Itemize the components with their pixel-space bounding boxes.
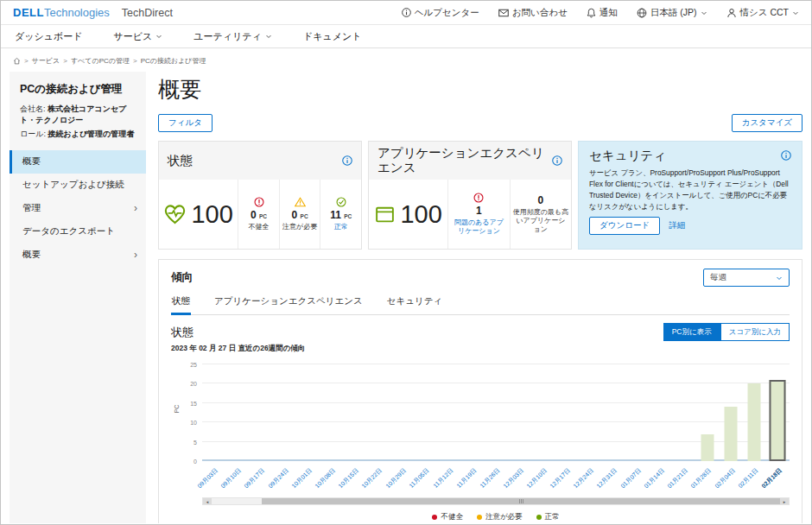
security-card-title: セキュリティ	[589, 149, 666, 163]
help-center-link[interactable]: ヘルプセンター	[402, 7, 479, 19]
envelope-icon	[498, 9, 509, 17]
chart-bar[interactable]	[770, 380, 786, 461]
page-title: 概要	[158, 75, 802, 104]
download-button[interactable]: ダウンロード	[589, 217, 660, 235]
chart-bar[interactable]	[725, 407, 738, 461]
contact-label: お問い合わせ	[512, 7, 568, 19]
breadcrumb-current: PCの接続および管理	[141, 56, 206, 66]
info-icon	[402, 8, 411, 17]
sidebar-item-label: 管理	[22, 202, 41, 214]
role-value: 接続および管理の管理者	[48, 130, 134, 138]
customize-button[interactable]: カスタマイズ	[732, 114, 802, 132]
chevron-down-icon	[792, 9, 799, 16]
view-by-pc-button[interactable]: PC別に表示	[663, 323, 720, 341]
metric-value: 0 PC	[251, 209, 267, 221]
security-card-actions: ダウンロード 詳細	[589, 217, 791, 235]
trend-chart: PC 0510152025 09月03日09月10日09月17日09月24日10…	[171, 364, 790, 497]
info-icon[interactable]	[552, 155, 562, 166]
metric-unit: PC	[301, 213, 308, 219]
details-link[interactable]: 詳細	[669, 220, 685, 231]
chart-column: 11月12日	[437, 364, 460, 461]
period-select[interactable]: 毎週	[703, 269, 790, 287]
breadcrumb-services[interactable]: サービス	[32, 56, 60, 66]
chart-column: 01月21日	[672, 364, 695, 461]
sidebar-item-overview[interactable]: 概要	[10, 150, 146, 174]
app-experience-score: 100	[369, 180, 447, 249]
metric-healthy: 11 PC 正常	[320, 180, 361, 249]
info-icon[interactable]	[342, 155, 352, 166]
sidebar-item-data-export[interactable]: データのエクスポート	[10, 220, 146, 244]
chart-column: 10月08日	[320, 364, 343, 461]
chart-plot-area: 0510152025 09月03日09月10日09月17日09月24日10月01…	[202, 364, 790, 461]
sidebar-item-setup-connect[interactable]: セットアップおよび接続	[10, 174, 146, 197]
nav-dashboard-label: ダッシュボード	[15, 30, 83, 43]
metric-most-used-apps: 0 使用頻度の最も高いアプリケーション	[510, 180, 571, 249]
metric-label-link[interactable]: 問題のあるアプリケーション	[451, 218, 506, 236]
trend-header: 傾向 毎週	[171, 269, 790, 287]
check-circle-icon	[336, 197, 346, 207]
user-menu[interactable]: 情シス CCT	[726, 7, 800, 19]
metric-unhealthy: 0 PC 不健全	[238, 180, 279, 249]
sidebar-item-manage[interactable]: 管理›	[10, 197, 146, 220]
nav-utilities[interactable]: ユーティリティ	[193, 30, 272, 43]
notifications-link[interactable]: 通知	[587, 7, 618, 19]
tab-health[interactable]: 状態	[171, 293, 191, 315]
chart-column: 02月04日	[719, 364, 742, 461]
scrollbar-right-arrow[interactable]: ▸	[780, 498, 789, 504]
content-area: PCの接続および管理 会社名: 株式会社コアコンセプト・テクノロジー ロール: …	[1, 72, 811, 523]
metric-value: 1	[476, 205, 482, 217]
chart-column: 12月03日	[508, 364, 531, 461]
main-nav: ダッシュボード サービス ユーティリティ ドキュメント	[1, 25, 811, 48]
view-by-score-button[interactable]: スコア別に入力	[720, 323, 790, 341]
trend-subheader: 状態 PC別に表示 スコア別に入力	[171, 323, 790, 341]
scrollbar-left-arrow[interactable]: ◂	[203, 498, 212, 504]
chart-column: 12月10日	[531, 364, 555, 461]
metric-number: 0	[292, 209, 298, 221]
y-axis-tick: 25	[190, 362, 197, 368]
nav-documents[interactable]: ドキュメント	[303, 30, 362, 43]
heart-pulse-icon	[163, 203, 187, 226]
scrollbar-track[interactable]	[212, 498, 780, 504]
sidebar-item-label: 概要	[22, 249, 41, 261]
legend-dot-green	[536, 515, 542, 520]
chevron-down-icon	[155, 33, 162, 40]
chart-legend: 不健全 注意が必要 正常	[171, 512, 790, 522]
nav-utilities-label: ユーティリティ	[193, 30, 262, 43]
chart-scrollbar: ◂ ▸	[202, 497, 790, 505]
dell-logo[interactable]: DELLTechnologies	[13, 6, 110, 19]
breadcrumb-all-pc[interactable]: すべてのPCの管理	[71, 56, 130, 66]
nav-services[interactable]: サービス	[114, 30, 163, 43]
app-window-icon	[374, 204, 396, 225]
sidebar-header: PCの接続および管理 会社名: 株式会社コアコンセプト・テクノロジー ロール: …	[10, 82, 146, 140]
health-metrics: 0 PC 不健全 0 PC 注意が必要 11 PC	[238, 180, 361, 249]
tab-app-experience[interactable]: アプリケーションエクスペリエンス	[213, 293, 364, 315]
language-selector[interactable]: 日本語 (JP)	[637, 7, 707, 19]
chevron-down-icon	[265, 33, 272, 40]
y-axis-tick: 10	[190, 420, 197, 426]
metric-label: 注意が必要	[282, 223, 317, 231]
scrollbar-thumb[interactable]	[262, 498, 780, 504]
sidebar-item-label: セットアップおよび接続	[22, 179, 124, 191]
error-circle-icon	[254, 197, 264, 207]
app-experience-score-value: 100	[400, 200, 441, 229]
metric-unit: PC	[259, 213, 267, 219]
nav-dashboard[interactable]: ダッシュボード	[15, 30, 83, 43]
chart-bar[interactable]	[748, 383, 761, 461]
contact-link[interactable]: お問い合わせ	[498, 7, 568, 19]
chart-bar[interactable]	[701, 434, 714, 461]
sidebar-item-summary[interactable]: 概要›	[10, 244, 146, 267]
security-card-body: サービス プラン、ProSupport/ProSupport Plus/ProS…	[589, 168, 791, 212]
metric-number: 0	[251, 209, 257, 221]
company-info: 会社名: 株式会社コアコンセプト・テクノロジー	[20, 104, 136, 125]
metric-unit: PC	[344, 213, 352, 219]
trend-panel: 傾向 毎週 状態 アプリケーションエクスペリエンス セキュリティ 状態 PC別に…	[158, 259, 802, 523]
info-icon[interactable]	[781, 150, 791, 161]
metric-label-link[interactable]: 正常	[334, 223, 348, 231]
breadcrumb: > サービス > すべてのPCの管理 > PCの接続および管理	[1, 48, 811, 72]
tab-security[interactable]: セキュリティ	[386, 293, 443, 315]
period-select-value: 毎週	[710, 272, 726, 283]
home-icon[interactable]	[13, 57, 21, 65]
legend-unhealthy: 不健全	[432, 512, 463, 522]
chart-column: 01月14日	[649, 364, 672, 461]
filter-button[interactable]: フィルタ	[158, 114, 213, 132]
